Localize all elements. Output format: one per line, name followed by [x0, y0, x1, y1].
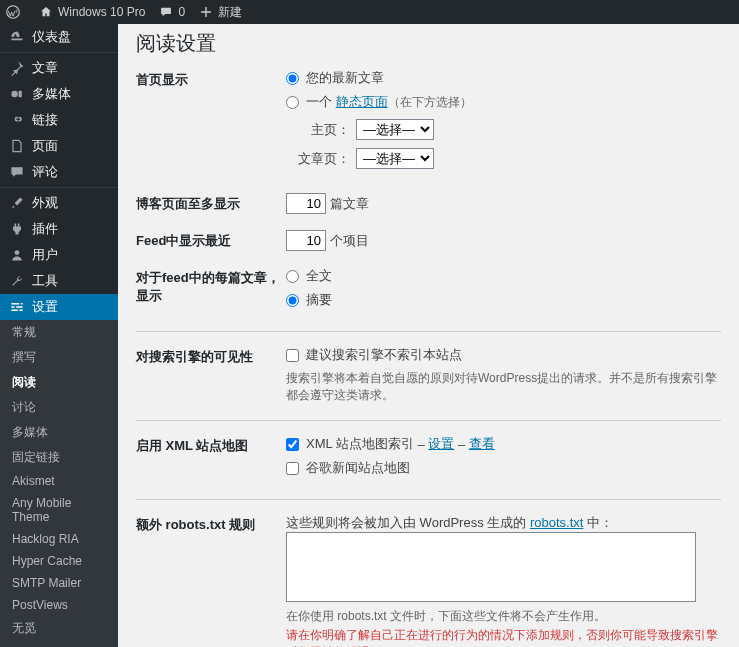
settings-submenu: 常规 撰写 阅读 讨论 多媒体 固定链接 Akismet Any Mobile …	[0, 320, 118, 647]
menu-posts[interactable]: 文章	[0, 55, 118, 81]
page-icon	[8, 138, 26, 154]
menu-label: 链接	[32, 111, 58, 129]
robots-label: 额外 robots.txt 规则	[136, 514, 286, 534]
menu-label: 文章	[32, 59, 58, 77]
menu-label: 页面	[32, 137, 58, 155]
xml-index-checkbox[interactable]	[286, 438, 299, 451]
xml-google-checkbox[interactable]	[286, 462, 299, 475]
menu-label: 用户	[32, 246, 58, 264]
admin-sidebar: 仪表盘 文章 多媒体 链接 页面 评论 外观 插件 用户 工具 设置 常规 撰写…	[0, 24, 118, 647]
new-label: 新建	[218, 4, 242, 21]
sub-writing[interactable]: 撰写	[0, 345, 118, 370]
sub-akismet[interactable]: Akismet	[0, 470, 118, 492]
postspage-select-label: 文章页：	[298, 150, 350, 168]
xml-label: 启用 XML 站点地图	[136, 435, 286, 455]
per-page-input[interactable]	[286, 193, 326, 214]
visibility-option[interactable]: 建议搜索引擎不索引本站点	[286, 346, 721, 364]
menu-users[interactable]: 用户	[0, 242, 118, 268]
sub-hypercache[interactable]: Hyper Cache	[0, 550, 118, 572]
menu-media[interactable]: 多媒体	[0, 81, 118, 107]
sub-hacklog[interactable]: Hacklog RIA	[0, 528, 118, 550]
comments-link[interactable]: 0	[159, 5, 185, 19]
sub-anymobile[interactable]: Any Mobile Theme	[0, 492, 118, 528]
per-page-unit: 篇文章	[330, 196, 369, 211]
page-title: 阅读设置	[136, 30, 721, 57]
menu-links[interactable]: 链接	[0, 107, 118, 133]
front-label: 首页显示	[136, 69, 286, 89]
menu-plugins[interactable]: 插件	[0, 216, 118, 242]
site-name-link[interactable]: Windows 10 Pro	[39, 5, 145, 19]
new-content-link[interactable]: 新建	[199, 4, 242, 21]
wrench-icon	[8, 273, 26, 289]
checkbox-label: XML 站点地图索引	[306, 435, 414, 453]
menu-tools[interactable]: 工具	[0, 268, 118, 294]
feed-full-radio[interactable]	[286, 270, 299, 283]
front-latest-option[interactable]: 您的最新文章	[286, 69, 721, 87]
static-page-link[interactable]: 静态页面	[336, 94, 388, 109]
checkbox-label: 谷歌新闻站点地图	[306, 459, 410, 477]
menu-pages[interactable]: 页面	[0, 133, 118, 159]
home-select[interactable]: —选择—	[356, 119, 434, 140]
sub-postviews[interactable]: PostViews	[0, 594, 118, 616]
menu-comments[interactable]: 评论	[0, 159, 118, 185]
sliders-icon	[8, 299, 26, 315]
comment-count: 0	[178, 5, 185, 19]
menu-label: 设置	[32, 298, 58, 316]
front-static-option[interactable]: 一个 静态页面（在下方选择）	[286, 93, 721, 111]
menu-label: 仪表盘	[32, 28, 71, 46]
menu-appearance[interactable]: 外观	[0, 190, 118, 216]
wp-logo[interactable]	[6, 5, 25, 19]
robots-desc: 这些规则将会被加入由 WordPress 生成的 robots.txt 中：	[286, 514, 721, 532]
sub-general[interactable]: 常规	[0, 320, 118, 345]
plug-icon	[8, 221, 26, 237]
menu-label: 多媒体	[32, 85, 71, 103]
front-latest-radio[interactable]	[286, 72, 299, 85]
radio-label: 全文	[306, 267, 332, 285]
xml-index-option[interactable]: XML 站点地图索引 – 设置 – 查看	[286, 435, 721, 453]
radio-label: 摘要	[306, 291, 332, 309]
sub-reading[interactable]: 阅读	[0, 370, 118, 395]
feed-summary-option[interactable]: 摘要	[286, 291, 721, 309]
sub-smtp[interactable]: SMTP Mailer	[0, 572, 118, 594]
sub-wumi[interactable]: 无觅	[0, 616, 118, 641]
site-name: Windows 10 Pro	[58, 5, 145, 19]
feed-recent-input[interactable]	[286, 230, 326, 251]
feed-full-option[interactable]: 全文	[286, 267, 721, 285]
postspage-select[interactable]: —选择—	[356, 148, 434, 169]
menu-dashboard[interactable]: 仪表盘	[0, 24, 118, 50]
menu-settings[interactable]: 设置	[0, 294, 118, 320]
front-static-radio[interactable]	[286, 96, 299, 109]
home-select-label: 主页：	[298, 121, 350, 139]
radio-label: 您的最新文章	[306, 69, 384, 87]
comments-icon	[8, 164, 26, 180]
menu-label: 工具	[32, 272, 58, 290]
home-icon	[39, 5, 53, 19]
xml-settings-link[interactable]: 设置	[428, 435, 454, 453]
feed-summary-radio[interactable]	[286, 294, 299, 307]
menu-label: 外观	[32, 194, 58, 212]
sub-media[interactable]: 多媒体	[0, 420, 118, 445]
robots-warn: 请在你明确了解自己正在进行的行为的情况下添加规则，否则你可能导致搜索引擎对您网站…	[286, 627, 721, 647]
link-icon	[8, 112, 26, 128]
per-page-label: 博客页面至多显示	[136, 193, 286, 213]
svg-point-1	[11, 91, 17, 97]
feed-recent-label: Feed中显示最近	[136, 230, 286, 250]
visibility-checkbox[interactable]	[286, 349, 299, 362]
menu-label: 评论	[32, 163, 58, 181]
xml-view-link[interactable]: 查看	[469, 435, 495, 453]
visibility-desc: 搜索引擎将本着自觉自愿的原则对待WordPress提出的请求。并不是所有搜索引擎…	[286, 370, 721, 404]
sub-permalink[interactable]: 固定链接	[0, 445, 118, 470]
visibility-label: 对搜索引擎的可见性	[136, 346, 286, 366]
checkbox-label: 建议搜索引擎不索引本站点	[306, 346, 462, 364]
brush-icon	[8, 195, 26, 211]
sub-pagenavi[interactable]: PageNavi	[0, 641, 118, 647]
comment-icon	[159, 5, 173, 19]
dashboard-icon	[8, 29, 26, 45]
xml-google-option[interactable]: 谷歌新闻站点地图	[286, 459, 721, 477]
radio-label: 一个 静态页面（在下方选择）	[306, 93, 472, 111]
content-area: 阅读设置 首页显示 您的最新文章 一个 静态页面（在下方选择） 主页：—选择— …	[118, 24, 739, 647]
robots-textarea[interactable]	[286, 532, 696, 602]
feed-content-label: 对于feed中的每篇文章，显示	[136, 267, 286, 305]
sub-discussion[interactable]: 讨论	[0, 395, 118, 420]
robots-link[interactable]: robots.txt	[530, 515, 583, 530]
